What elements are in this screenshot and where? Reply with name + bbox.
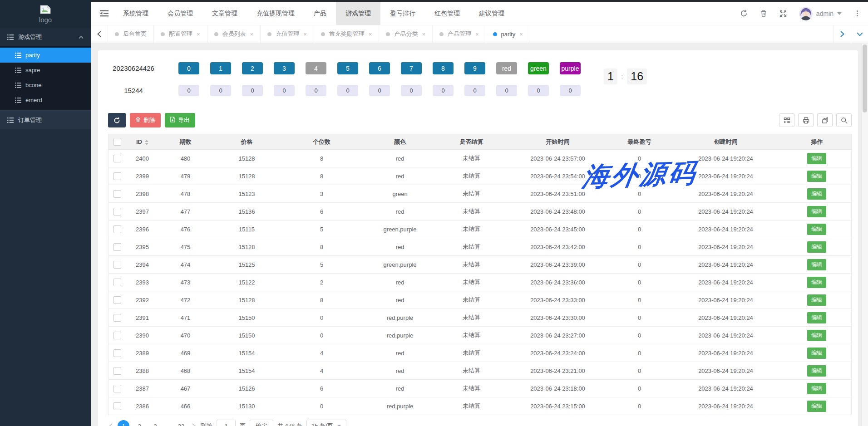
nav-item-0[interactable]: 系统管理 bbox=[113, 2, 158, 25]
bet-button-purple[interactable]: purple bbox=[560, 62, 581, 74]
nav-item-3[interactable]: 充值提现管理 bbox=[247, 2, 304, 25]
sidebar-group-0[interactable]: 游戏管理 bbox=[0, 28, 91, 46]
next-page-icon[interactable] bbox=[191, 423, 197, 426]
export-button[interactable]: 导出 bbox=[165, 113, 195, 127]
row-checkbox[interactable] bbox=[113, 314, 121, 322]
row-checkbox[interactable] bbox=[113, 243, 121, 251]
bet-button-9[interactable]: 9 bbox=[464, 62, 485, 74]
bet-button-7[interactable]: 7 bbox=[401, 62, 422, 74]
tabs-menu-icon[interactable] bbox=[851, 25, 868, 43]
prev-page-icon[interactable] bbox=[108, 423, 113, 426]
tab-close-icon[interactable]: × bbox=[369, 31, 372, 38]
row-checkbox[interactable] bbox=[113, 349, 121, 357]
tab-close-icon[interactable]: × bbox=[303, 31, 307, 38]
sort-icon[interactable] bbox=[145, 140, 148, 145]
bet-button-3[interactable]: 3 bbox=[274, 62, 295, 74]
tabs-scroll-right-icon[interactable] bbox=[833, 25, 851, 43]
nav-item-7[interactable]: 红包管理 bbox=[425, 2, 469, 25]
row-checkbox[interactable] bbox=[113, 225, 121, 233]
sidebar-item-sapre[interactable]: sapre bbox=[0, 63, 91, 78]
bet-button-4[interactable]: 4 bbox=[306, 62, 326, 74]
sidebar-item-parity[interactable]: parity bbox=[0, 48, 91, 63]
goto-confirm-button[interactable]: 确定 bbox=[250, 420, 273, 426]
tab-close-icon[interactable]: × bbox=[475, 31, 479, 38]
row-checkbox[interactable] bbox=[113, 332, 121, 339]
nav-item-2[interactable]: 文章管理 bbox=[202, 2, 247, 25]
tab-会员列表[interactable]: 会员列表 × bbox=[207, 25, 261, 43]
row-checkbox[interactable] bbox=[113, 402, 121, 410]
tab-充值管理[interactable]: 充值管理 × bbox=[261, 25, 314, 43]
bet-button-0[interactable]: 0 bbox=[178, 62, 199, 74]
edit-button[interactable]: 编辑 bbox=[807, 294, 826, 306]
tab-后台首页[interactable]: 后台首页 bbox=[108, 25, 154, 43]
delete-button[interactable]: 删除 bbox=[130, 113, 161, 127]
edit-button[interactable]: 编辑 bbox=[807, 241, 826, 253]
edit-button[interactable]: 编辑 bbox=[807, 259, 826, 270]
tab-产品管理[interactable]: 产品管理 × bbox=[433, 25, 486, 43]
edit-button[interactable]: 编辑 bbox=[807, 383, 826, 394]
page-3[interactable]: 3 bbox=[149, 420, 161, 426]
columns-filter-icon[interactable] bbox=[779, 113, 794, 127]
nav-item-1[interactable]: 会员管理 bbox=[158, 2, 202, 25]
page-1[interactable]: 1 bbox=[118, 420, 129, 426]
bet-button-green[interactable]: green bbox=[528, 62, 549, 74]
user-menu[interactable]: admin bbox=[799, 7, 842, 20]
row-checkbox[interactable] bbox=[113, 190, 121, 198]
tab-close-icon[interactable]: × bbox=[250, 31, 254, 38]
bet-button-2[interactable]: 2 bbox=[242, 62, 263, 74]
sidebar-item-emerd[interactable]: emerd bbox=[0, 93, 91, 108]
tab-配置管理[interactable]: 配置管理 × bbox=[154, 25, 207, 43]
edit-button[interactable]: 编辑 bbox=[807, 277, 826, 288]
nav-item-4[interactable]: 产品 bbox=[304, 2, 336, 25]
scrollbar-thumb[interactable] bbox=[863, 44, 867, 113]
edit-button[interactable]: 编辑 bbox=[807, 312, 826, 323]
refresh-button[interactable] bbox=[108, 113, 126, 127]
nav-item-6[interactable]: 盈亏排行 bbox=[380, 2, 425, 25]
column-header-0[interactable]: ID bbox=[127, 134, 158, 150]
tab-close-icon[interactable]: × bbox=[422, 31, 425, 38]
page-32[interactable]: 32 bbox=[175, 420, 187, 426]
search-icon[interactable] bbox=[836, 113, 852, 127]
row-checkbox[interactable] bbox=[113, 155, 121, 162]
sidebar-item-bcone[interactable]: bcone bbox=[0, 78, 91, 93]
edit-button[interactable]: 编辑 bbox=[807, 224, 826, 235]
row-checkbox[interactable] bbox=[113, 208, 121, 215]
tab-产品分类[interactable]: 产品分类 × bbox=[379, 25, 433, 43]
edit-button[interactable]: 编辑 bbox=[807, 206, 826, 217]
bet-button-1[interactable]: 1 bbox=[210, 62, 231, 74]
tabs-scroll-left-icon[interactable] bbox=[91, 25, 108, 43]
edit-button[interactable]: 编辑 bbox=[807, 348, 826, 359]
fullscreen-icon[interactable] bbox=[779, 10, 787, 17]
edit-button[interactable]: 编辑 bbox=[807, 171, 826, 182]
page-size-select[interactable]: 15 条/页 bbox=[306, 420, 346, 426]
tab-close-icon[interactable]: × bbox=[519, 31, 523, 38]
nav-item-5[interactable]: 游戏管理 bbox=[336, 2, 380, 25]
edit-button[interactable]: 编辑 bbox=[807, 330, 826, 341]
row-checkbox[interactable] bbox=[113, 385, 121, 392]
print-icon[interactable] bbox=[798, 113, 814, 127]
export-data-icon[interactable] bbox=[817, 113, 833, 127]
row-checkbox[interactable] bbox=[113, 296, 121, 304]
scrollbar[interactable] bbox=[861, 44, 868, 426]
tab-close-icon[interactable]: × bbox=[197, 31, 200, 38]
bet-button-6[interactable]: 6 bbox=[369, 62, 390, 74]
refresh-icon[interactable] bbox=[740, 10, 748, 17]
bet-button-5[interactable]: 5 bbox=[337, 62, 358, 74]
bet-button-8[interactable]: 8 bbox=[433, 62, 454, 74]
sidebar-group-1[interactable]: 订单管理 bbox=[0, 110, 91, 129]
tab-首充奖励管理[interactable]: 首充奖励管理 × bbox=[314, 25, 380, 43]
tab-parity[interactable]: parity × bbox=[486, 25, 530, 43]
bet-button-red[interactable]: red bbox=[496, 62, 517, 74]
page-2[interactable]: 2 bbox=[133, 420, 145, 426]
edit-button[interactable]: 编辑 bbox=[807, 188, 826, 200]
row-checkbox[interactable] bbox=[113, 172, 121, 180]
nav-item-8[interactable]: 建议管理 bbox=[469, 2, 514, 25]
edit-button[interactable]: 编辑 bbox=[807, 401, 826, 412]
sidebar-collapse-icon[interactable] bbox=[94, 2, 113, 25]
goto-page-input[interactable] bbox=[217, 420, 236, 426]
trash-icon[interactable] bbox=[760, 10, 767, 17]
row-checkbox[interactable] bbox=[113, 279, 121, 286]
select-all-checkbox[interactable] bbox=[113, 138, 121, 146]
row-checkbox[interactable] bbox=[113, 367, 121, 375]
edit-button[interactable]: 编辑 bbox=[807, 365, 826, 377]
